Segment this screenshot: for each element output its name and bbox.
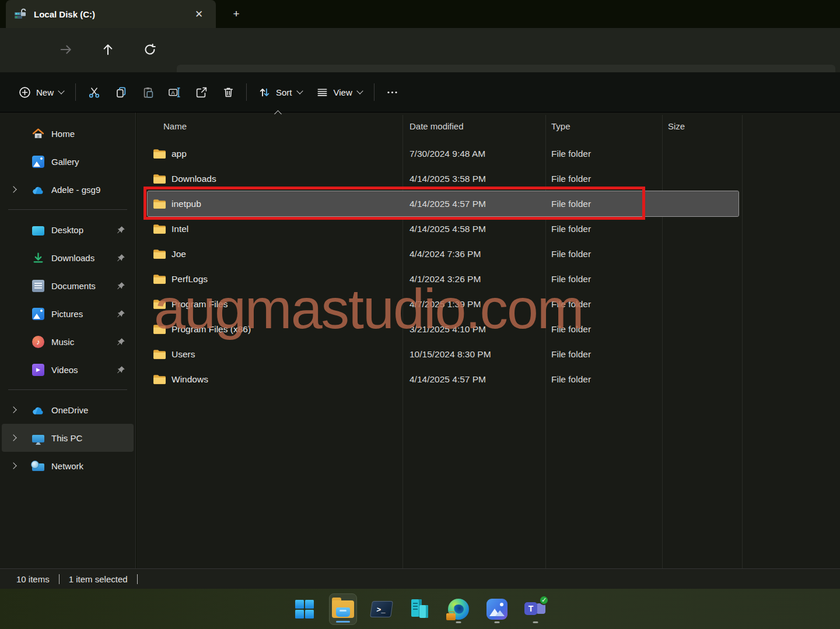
sidebar-item-label: OneDrive [51, 405, 88, 415]
table-row-perflogs[interactable]: PerfLogs 4/1/2024 3:26 PM File folder [148, 266, 738, 291]
expand-chevron-icon[interactable] [10, 462, 16, 469]
taskbar-edge-button[interactable] [444, 593, 473, 625]
expand-chevron-icon[interactable] [10, 406, 16, 413]
document-icon [32, 280, 44, 292]
column-header-size[interactable]: Size [662, 121, 742, 131]
file-type: File folder [545, 274, 662, 284]
file-date: 4/4/2024 7:36 PM [402, 249, 545, 259]
file-type: File folder [545, 349, 662, 360]
back-button[interactable] [10, 36, 37, 63]
sidebar-item-network[interactable]: Network [2, 452, 134, 480]
column-divider [742, 115, 743, 568]
forward-button[interactable] [52, 36, 79, 63]
folder-icon [153, 349, 166, 360]
taskbar-photos-button[interactable] [483, 593, 511, 625]
sidebar-item-label: Downloads [51, 253, 94, 263]
table-row-program-files[interactable]: Program Files 4/7/2025 1:39 PM File fold… [148, 291, 738, 317]
sidebar-item-music[interactable]: ♪ Music [2, 328, 134, 356]
toolbar-divider [374, 83, 374, 101]
file-list-pane: Name Date modified Type Size app 7/30/20… [136, 113, 840, 568]
server-manager-icon [410, 599, 430, 619]
status-bar: 10 items 1 item selected [0, 568, 840, 589]
taskbar: >_ T ✓ [0, 589, 840, 629]
table-row-inetpub-selected[interactable]: inetpub 4/14/2025 4:57 PM File folder [148, 191, 738, 216]
column-header-name[interactable]: Name [148, 121, 402, 131]
sidebar-item-videos[interactable]: ▶ Videos [2, 356, 134, 384]
new-button[interactable]: New [12, 79, 71, 105]
work-briefcase-badge-icon [446, 613, 456, 620]
taskbar-teams-button[interactable]: T ✓ [522, 593, 550, 625]
toolbar-divider [246, 83, 247, 101]
tab-close-icon[interactable]: ✕ [190, 5, 208, 23]
table-row-users[interactable]: Users 10/15/2024 8:30 PM File folder [148, 342, 738, 367]
file-type: File folder [545, 224, 662, 234]
column-header-type[interactable]: Type [545, 121, 662, 131]
chevron-down-icon [58, 87, 64, 94]
file-type: File folder [545, 149, 662, 159]
expand-chevron-icon[interactable] [10, 186, 16, 192]
explorer-tab[interactable]: Local Disk (C:) ✕ [6, 0, 216, 28]
plus-circle-icon [19, 86, 31, 99]
sidebar-item-this-pc[interactable]: This PC [2, 424, 134, 452]
file-date: 3/21/2025 4:10 PM [402, 324, 545, 335]
sidebar-item-label: Network [51, 461, 83, 471]
file-date: 10/15/2024 8:30 PM [402, 349, 545, 360]
sidebar-item-pictures[interactable]: Pictures [2, 300, 134, 328]
sidebar-item-home[interactable]: Home [2, 120, 134, 147]
sidebar-item-label: Desktop [51, 225, 83, 235]
pin-icon [117, 366, 125, 374]
sort-button-label: Sort [276, 87, 292, 97]
file-rows: app 7/30/2024 9:48 AM File folder Downlo… [148, 141, 738, 392]
svg-text:A: A [171, 89, 175, 95]
file-date: 4/14/2025 3:58 PM [402, 174, 545, 184]
sidebar-item-gallery[interactable]: Gallery [2, 147, 134, 175]
table-row-app[interactable]: app 7/30/2024 9:48 AM File folder [148, 141, 738, 166]
rename-button[interactable]: A [161, 79, 188, 105]
sidebar-item-desktop[interactable]: Desktop [2, 216, 134, 244]
taskbar-server-manager-button[interactable] [406, 593, 434, 625]
taskbar-file-explorer-button[interactable] [329, 593, 357, 625]
new-tab-button[interactable]: + [226, 5, 246, 23]
refresh-button[interactable] [136, 36, 163, 63]
screen: Local Disk (C:) ✕ + This PC Local Disk (… [0, 0, 840, 629]
pin-icon [117, 254, 125, 262]
table-row-downloads[interactable]: Downloads 4/14/2025 3:58 PM File folder [148, 166, 738, 191]
table-row-program-files-x86[interactable]: Program Files (x86) 3/21/2025 4:10 PM Fi… [148, 317, 738, 342]
sort-button[interactable]: Sort [251, 79, 309, 105]
share-button[interactable] [188, 79, 215, 105]
copy-button[interactable] [107, 79, 134, 105]
column-header-date-modified[interactable]: Date modified [402, 121, 545, 131]
sidebar-item-label: This PC [51, 433, 82, 443]
start-button[interactable] [290, 593, 318, 625]
more-options-button[interactable] [379, 79, 406, 105]
file-date: 4/14/2025 4:57 PM [402, 374, 545, 385]
expand-chevron-icon[interactable] [10, 434, 16, 441]
taskbar-powershell-button[interactable]: >_ [368, 593, 396, 625]
sidebar-item-onedrive-personal[interactable]: Adele - gsg9 [2, 175, 134, 203]
folder-icon [153, 299, 166, 310]
paste-button[interactable] [134, 79, 161, 105]
sidebar-item-documents[interactable]: Documents [2, 272, 134, 300]
table-row-intel[interactable]: Intel 4/14/2025 4:58 PM File folder [148, 216, 738, 241]
view-button[interactable]: View [309, 79, 369, 105]
pin-icon [117, 338, 125, 346]
sidebar-item-label: Pictures [51, 309, 83, 319]
monitor-icon [32, 435, 44, 442]
sidebar-item-label: Videos [51, 365, 78, 375]
up-button[interactable] [94, 36, 121, 63]
powershell-icon: >_ [370, 601, 393, 617]
pictures-icon [32, 308, 44, 320]
table-row-joe[interactable]: Joe 4/4/2024 7:36 PM File folder [148, 241, 738, 266]
delete-button[interactable] [215, 79, 242, 105]
file-name: inetpub [172, 199, 201, 209]
teams-icon: T ✓ [524, 599, 547, 620]
folder-icon [153, 199, 166, 209]
drive-lock-icon [14, 8, 27, 20]
table-row-windows[interactable]: Windows 4/14/2025 4:57 PM File folder [148, 367, 738, 392]
file-type: File folder [545, 249, 662, 259]
file-name: Program Files [172, 299, 228, 310]
sidebar-item-downloads[interactable]: Downloads [2, 244, 134, 272]
cut-button[interactable] [80, 79, 107, 105]
sidebar-item-onedrive[interactable]: OneDrive [2, 396, 134, 424]
view-lines-icon [316, 86, 328, 99]
